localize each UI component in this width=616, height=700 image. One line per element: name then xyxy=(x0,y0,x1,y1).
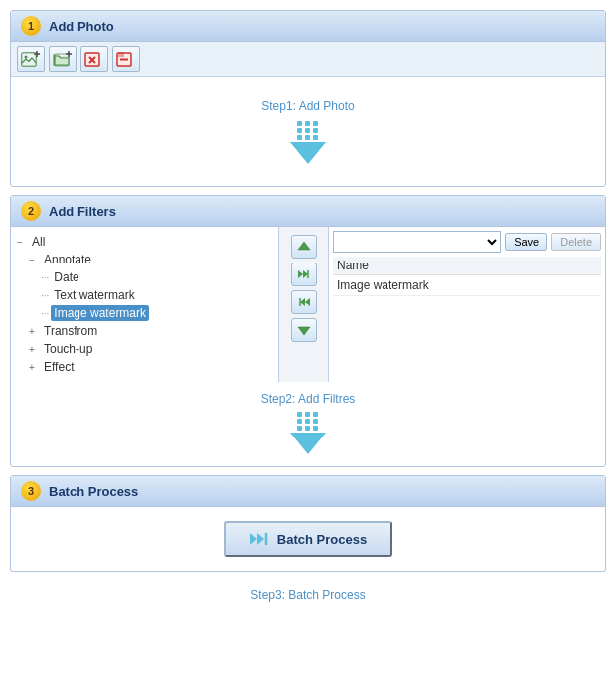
svg-point-2 xyxy=(25,56,28,59)
add-photo-header: 1 Add Photo xyxy=(11,11,605,42)
move-down-button[interactable] xyxy=(291,318,317,342)
filter-row-name: Image watermark xyxy=(333,275,601,296)
delete-filter-button[interactable]: Delete xyxy=(551,233,601,251)
svg-marker-21 xyxy=(298,327,310,335)
add-single-photo-button[interactable] xyxy=(17,46,45,72)
step2-arrow xyxy=(290,412,326,454)
filters-toolbar: Save Delete xyxy=(333,231,601,253)
tree-label-all: All xyxy=(29,234,48,250)
step2-transition: Step2: Add Filtres xyxy=(11,382,605,466)
step2-label: Step2: Add Filtres xyxy=(261,392,356,406)
clear-all-button[interactable] xyxy=(112,46,140,72)
svg-marker-15 xyxy=(298,270,303,278)
rewind-button[interactable] xyxy=(291,290,317,314)
process-batch-label: Batch Process xyxy=(277,532,367,547)
tree-line-text-wm: ··· xyxy=(41,290,49,301)
remove-button[interactable] xyxy=(80,46,108,72)
move-down-icon xyxy=(297,323,311,337)
tree-line-date: ··· xyxy=(41,272,49,283)
tree-item-all[interactable]: − All xyxy=(17,233,272,251)
tree-item-image-watermark[interactable]: ··· Image watermark xyxy=(41,304,272,322)
tree-toggle-effect: + xyxy=(29,362,39,373)
tree-label-effect: Effect xyxy=(41,359,77,375)
tree-item-annotate[interactable]: − Annotate xyxy=(29,251,272,268)
process-batch-icon xyxy=(249,531,271,547)
tree-toggle-annotate: − xyxy=(29,255,39,265)
add-photo-section: 1 Add Photo xyxy=(10,10,606,187)
remove-icon xyxy=(84,50,104,68)
move-up-icon xyxy=(297,240,311,254)
tree-label-image-watermark: Image watermark xyxy=(51,305,149,321)
rewind-icon xyxy=(297,295,311,309)
move-up-button[interactable] xyxy=(291,235,317,259)
filter-tree: − All − Annotate ··· Date ··· Text water… xyxy=(11,227,279,382)
svg-marker-14 xyxy=(298,242,310,250)
process-batch-button[interactable]: Batch Process xyxy=(224,521,392,557)
step3-label: Step3: Batch Process xyxy=(250,588,365,602)
save-filter-button[interactable]: Save xyxy=(505,233,547,251)
step1-arrow xyxy=(290,121,326,164)
tree-toggle-all: − xyxy=(17,237,27,248)
clear-icon xyxy=(116,50,136,68)
tree-label-transform: Transfrom xyxy=(41,323,100,339)
add-folder-button[interactable] xyxy=(49,46,77,72)
svg-rect-13 xyxy=(118,52,124,57)
add-single-photo-icon xyxy=(21,50,41,68)
tree-toggle-touchup: + xyxy=(29,344,39,355)
add-photo-title: Add Photo xyxy=(49,19,114,34)
tree-item-touchup[interactable]: + Touch-up xyxy=(29,340,272,358)
add-filters-title: Add Filters xyxy=(49,204,116,219)
add-filters-section: 2 Add Filters − All − Annotate ··· Date … xyxy=(10,195,606,467)
tree-label-touchup: Touch-up xyxy=(41,341,95,357)
add-filters-header: 2 Add Filters xyxy=(11,196,605,227)
tree-item-transform[interactable]: + Transfrom xyxy=(29,322,272,340)
tree-line-img-wm: ··· xyxy=(41,308,49,319)
tree-label-text-watermark: Text watermark xyxy=(51,287,137,303)
filters-content: − All − Annotate ··· Date ··· Text water… xyxy=(11,227,605,382)
filters-table: Name Image watermark xyxy=(333,257,601,296)
tree-item-effect[interactable]: + Effect xyxy=(29,358,272,376)
fast-forward-button[interactable] xyxy=(291,262,317,286)
batch-process-section: 3 Batch Process Batch Process xyxy=(10,475,606,572)
table-row[interactable]: Image watermark xyxy=(333,275,601,296)
filters-col-name: Name xyxy=(333,257,601,275)
step3-label-container: Step3: Batch Process xyxy=(10,580,606,610)
tree-item-text-watermark[interactable]: ··· Text watermark xyxy=(41,286,272,304)
add-photo-toolbar xyxy=(11,42,605,77)
fast-forward-icon xyxy=(297,267,311,281)
batch-process-title: Batch Process xyxy=(49,484,138,499)
tree-item-date[interactable]: ··· Date xyxy=(41,268,272,286)
filter-preset-select[interactable] xyxy=(333,231,501,253)
filter-controls xyxy=(279,227,329,382)
section-number-1: 1 xyxy=(21,16,41,36)
filters-list-pane: Save Delete Name Image watermark xyxy=(329,227,605,382)
svg-marker-18 xyxy=(305,298,310,306)
tree-label-date: Date xyxy=(51,269,81,285)
step1-content: Step1: Add Photo xyxy=(11,77,605,186)
tree-label-annotate: Annotate xyxy=(41,252,94,267)
batch-process-header: 3 Batch Process xyxy=(11,476,605,507)
batch-content: Batch Process xyxy=(11,507,605,571)
tree-toggle-transform: + xyxy=(29,326,39,337)
svg-marker-22 xyxy=(250,533,257,545)
add-folder-icon xyxy=(53,50,73,68)
svg-marker-23 xyxy=(257,533,264,545)
step1-label: Step1: Add Photo xyxy=(261,99,354,113)
section-number-3: 3 xyxy=(21,481,41,501)
section-number-2: 2 xyxy=(21,201,41,221)
